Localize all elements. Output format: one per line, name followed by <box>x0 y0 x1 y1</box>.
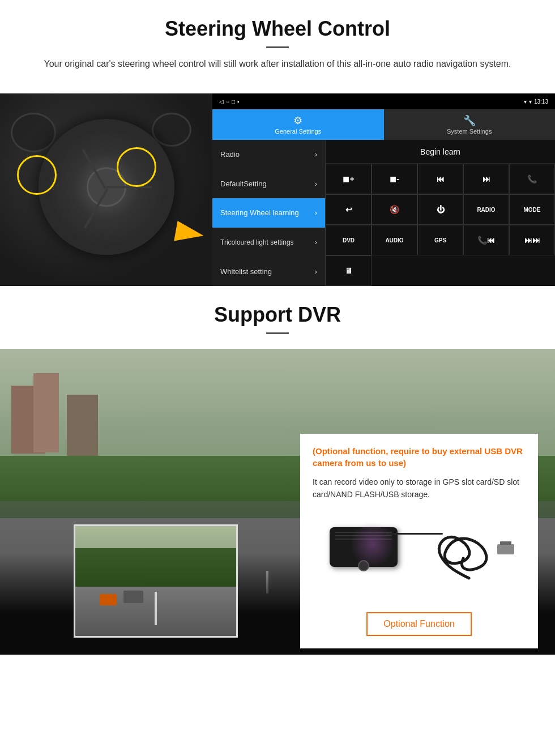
wheel-spoke-1 <box>106 186 152 188</box>
ctrl-row-1: ◼+ ◼- ⏮ ⏭ 📞 <box>326 164 555 194</box>
audio-label: AUDIO <box>385 237 403 244</box>
dvd-label: DVD <box>343 237 355 244</box>
ctrl-btn-audio[interactable]: AUDIO <box>372 225 417 255</box>
tab-system-settings[interactable]: 🔧 System Settings <box>384 109 556 140</box>
gauge-right <box>152 113 191 147</box>
gauge-left <box>11 113 56 152</box>
menu-item-default-label: DefaultSetting <box>220 180 267 188</box>
title-divider <box>266 46 289 48</box>
screen-icon: 🖥 <box>345 266 353 275</box>
highlight-circle-right <box>117 147 156 187</box>
ctrl-btn-back[interactable]: ↩ <box>326 194 372 225</box>
screenshot-car-2 <box>100 594 117 605</box>
camera-light-effect <box>350 522 395 567</box>
ctrl-btn-next[interactable]: ⏭ <box>463 164 509 194</box>
menu-item-default[interactable]: DefaultSetting › <box>212 169 326 199</box>
back-icon[interactable]: ◁ <box>219 99 224 105</box>
cable-area <box>412 522 514 578</box>
begin-learn-row: Begin learn <box>326 140 555 164</box>
ctrl-btn-phone-prev[interactable]: 📞⏮ <box>463 225 509 255</box>
ctrl-btn-gps[interactable]: GPS <box>417 225 463 255</box>
section-subtitle: Your original car's steering wheel contr… <box>34 57 521 71</box>
ctrl-btn-prev[interactable]: ⏮ <box>417 164 463 194</box>
camera-cable <box>386 533 443 535</box>
tab-system-label: System Settings <box>447 128 492 135</box>
ctrl-btn-screen[interactable]: 🖥 <box>326 255 372 286</box>
general-settings-icon: ⚙ <box>293 114 302 127</box>
menu-item-tricoloured[interactable]: Tricoloured light settings › <box>212 228 326 257</box>
tab-general-label: General Settings <box>275 128 321 135</box>
dvr-title-divider <box>266 332 289 334</box>
ctrl-btn-radio[interactable]: RADIO <box>463 194 509 225</box>
svg-rect-0 <box>497 544 514 554</box>
chevron-right-icon-5: › <box>315 267 317 276</box>
dvr-section: Support DVR (Opti <box>0 286 555 733</box>
menu-item-steering-label: Steering Wheel learning <box>220 208 299 217</box>
menu-item-steering[interactable]: Steering Wheel learning › <box>212 198 326 228</box>
dvr-title: Support DVR <box>0 303 555 327</box>
menu-content: Radio › DefaultSetting › Steering Wheel … <box>212 140 555 286</box>
prev-icon: ⏮ <box>437 174 445 183</box>
demo-area: ◁ ○ □ ▪ ▾ ▾ 13:13 ⚙ General Settings 🔧 S… <box>0 93 555 286</box>
camera-device <box>330 527 398 567</box>
next-icon: ⏭ <box>483 174 490 183</box>
steering-wheel-image <box>0 93 212 286</box>
gps-label: GPS <box>434 237 446 244</box>
chevron-right-icon: › <box>315 150 317 159</box>
steering-wheel <box>39 119 174 255</box>
settings-tabs: ⚙ General Settings 🔧 System Settings <box>212 109 555 140</box>
ctrl-btn-vol-down[interactable]: ◼- <box>372 164 417 194</box>
nav-icons: ◁ ○ □ ▪ <box>219 99 240 105</box>
ctrl-btn-mute[interactable]: 🔇 <box>372 194 417 225</box>
ctrl-btn-mode[interactable]: MODE <box>509 194 555 225</box>
android-settings-panel: ◁ ○ □ ▪ ▾ ▾ 13:13 ⚙ General Settings 🔧 S… <box>212 93 555 286</box>
dvr-screenshot-inset <box>74 524 238 638</box>
menu-item-radio[interactable]: Radio › <box>212 140 326 169</box>
dvr-optional-text: (Optional function, require to buy exter… <box>313 445 526 469</box>
dvr-info-box: (Optional function, require to buy exter… <box>300 434 538 648</box>
power-icon: ⏻ <box>437 205 445 214</box>
phone-prev-icon: 📞⏮ <box>477 236 495 245</box>
ctrl-btn-skip[interactable]: ⏭⏭ <box>509 225 555 255</box>
optional-function-area: Optional Function <box>313 606 526 636</box>
left-menu: Radio › DefaultSetting › Steering Wheel … <box>212 140 326 286</box>
begin-learn-button[interactable]: Begin learn <box>326 140 555 163</box>
dvr-background-image: (Optional function, require to buy exter… <box>0 349 555 655</box>
chevron-right-icon-4: › <box>315 238 317 246</box>
chevron-right-icon-2: › <box>315 180 317 188</box>
screenshot-trees <box>75 548 236 587</box>
recents-icon[interactable]: □ <box>232 99 235 105</box>
page-title: Steering Wheel Control <box>23 17 532 41</box>
menu-item-radio-label: Radio <box>220 150 240 159</box>
menu-item-whitelist-label: Whitelist setting <box>220 267 272 276</box>
menu-icon[interactable]: ▪ <box>237 99 240 105</box>
home-icon[interactable]: ○ <box>226 99 229 105</box>
ctrl-row-3: DVD AUDIO GPS 📞⏮ ⏭⏭ <box>326 225 555 255</box>
dvr-camera-illustration <box>313 510 526 601</box>
highlight-circle-left <box>17 155 57 195</box>
clock: 13:13 <box>534 99 548 105</box>
control-buttons-grid: ◼+ ◼- ⏮ ⏭ 📞 ↩ 🔇 ⏻ RADIO MODE <box>326 164 555 286</box>
ctrl-btn-power[interactable]: ⏻ <box>417 194 463 225</box>
tab-general-settings[interactable]: ⚙ General Settings <box>212 109 384 140</box>
system-settings-icon: 🔧 <box>463 114 476 127</box>
ctrl-btn-phone[interactable]: 📞 <box>509 164 555 194</box>
optional-function-button[interactable]: Optional Function <box>366 612 471 636</box>
ctrl-btn-dvd[interactable]: DVD <box>326 225 372 255</box>
screenshot-road-line <box>155 592 157 625</box>
right-panel: Begin learn ◼+ ◼- ⏮ ⏭ 📞 ↩ 🔇 <box>326 140 555 286</box>
mute-icon: 🔇 <box>390 205 399 214</box>
ctrl-btn-vol-up[interactable]: ◼+ <box>326 164 372 194</box>
building-3 <box>67 395 98 457</box>
dvr-description: It can record video only to storage in G… <box>313 476 526 501</box>
vol-down-icon: ◼- <box>390 174 399 183</box>
back-call-icon: ↩ <box>345 205 352 214</box>
steering-section: Steering Wheel Control Your original car… <box>0 0 555 93</box>
screenshot-car-1 <box>123 591 143 603</box>
menu-item-tricoloured-label: Tricoloured light settings <box>220 238 294 246</box>
mode-label: MODE <box>524 207 541 213</box>
chevron-right-icon-3: › <box>315 208 317 217</box>
ctrl-row-2: ↩ 🔇 ⏻ RADIO MODE <box>326 194 555 225</box>
menu-item-whitelist[interactable]: Whitelist setting › <box>212 257 326 286</box>
svg-rect-1 <box>500 541 511 545</box>
